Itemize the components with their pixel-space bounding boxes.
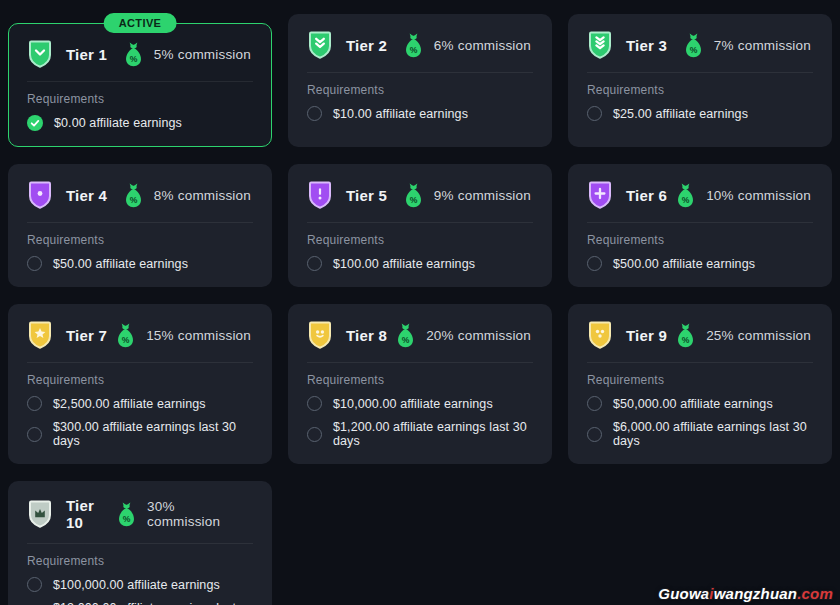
money-bag-percent-icon: % [114,322,137,349]
shield-tier-8-icon [307,320,333,350]
tier-name: Tier 6 [626,187,667,204]
card-header: Tier 5 % 9% commission [307,180,533,210]
requirements-label: Requirements [27,233,253,247]
requirements-list: $2,500.00 affiliate earnings $300.00 aff… [27,396,253,448]
card-header: Tier 6 % 10% commission [587,180,813,210]
svg-text:%: % [130,53,138,63]
requirement-row: $50,000.00 affiliate earnings [587,396,813,411]
tier-name: Tier 9 [626,327,667,344]
tier-card: Tier 5 % 9% commission Requirements $100… [288,164,552,287]
money-bag-percent-icon: % [394,322,417,349]
money-bag-percent-icon: % [402,182,425,209]
divider [307,72,533,73]
svg-text:%: % [130,194,138,204]
divider [587,362,813,363]
commission-label: 10% commission [706,188,811,203]
divider [27,222,253,223]
svg-text:%: % [123,513,131,523]
tier-card: Tier 3 % 7% commission Requirements $25.… [568,14,832,147]
money-bag-percent-icon: % [674,182,697,209]
requirements-label: Requirements [27,92,253,106]
requirements-label: Requirements [307,233,533,247]
requirement-row: $100.00 affiliate earnings [307,256,533,271]
money-bag-percent-icon: % [122,182,145,209]
unmet-circle-icon [27,396,42,411]
shield-tier-9-icon [587,320,613,350]
divider [307,362,533,363]
unmet-circle-icon [307,256,322,271]
requirement-row: $50.00 affiliate earnings [27,256,253,271]
shield-tier-1-icon [27,39,53,69]
commission-label: 25% commission [706,328,811,343]
requirement-row: $1,200.00 affiliate earnings last 30 day… [307,420,533,448]
requirement-row: $12,000.00 affiliate earnings last 30 da… [27,601,253,605]
unmet-circle-icon [587,427,602,442]
shield-tier-10-icon [27,499,53,529]
svg-text:%: % [682,334,690,344]
tier-card: Tier 10 % 30% commission Requirements $1… [8,481,272,605]
requirement-row: $6,000.00 affiliate earnings last 30 day… [587,420,813,448]
tier-name: Tier 7 [66,327,107,344]
card-header: Tier 7 % 15% commission [27,320,253,350]
requirement-row: $10.00 affiliate earnings [307,106,533,121]
commission-label: 9% commission [434,188,531,203]
divider [587,72,813,73]
svg-text:%: % [690,44,698,54]
tier-card: Tier 6 % 10% commission Requirements $50… [568,164,832,287]
shield-tier-3-icon [587,30,613,60]
svg-text:%: % [410,194,418,204]
tier-card: Tier 7 % 15% commission Requirements $2,… [8,304,272,464]
tier-card: Tier 9 % 25% commission Requirements $50… [568,304,832,464]
requirement-row: $0.00 affiliate earnings [27,115,253,131]
requirements-label: Requirements [27,373,253,387]
requirement-row: $500.00 affiliate earnings [587,256,813,271]
card-header: Tier 9 % 25% commission [587,320,813,350]
svg-text:%: % [410,44,418,54]
commission-label: 20% commission [426,328,531,343]
tier-name: Tier 2 [346,37,387,54]
tier-card: Tier 2 % 6% commission Requirements $10.… [288,14,552,147]
requirements-label: Requirements [587,233,813,247]
divider [307,222,533,223]
svg-text:%: % [402,334,410,344]
money-bag-percent-icon: % [674,322,697,349]
requirement-text: $12,000.00 affiliate earnings last 30 da… [53,601,253,605]
card-header: Tier 4 % 8% commission [27,180,253,210]
requirements-list: $10,000.00 affiliate earnings $1,200.00 … [307,396,533,448]
watermark: Guowaiwangzhuan.com [658,585,833,602]
unmet-circle-icon [307,427,322,442]
unmet-circle-icon [587,256,602,271]
money-bag-percent-icon: % [122,41,145,68]
watermark-segment: .com [797,585,833,602]
money-bag-percent-icon: % [402,32,425,59]
requirements-label: Requirements [587,373,813,387]
requirement-text: $50,000.00 affiliate earnings [613,397,773,411]
unmet-circle-icon [307,396,322,411]
money-bag-percent-icon: % [115,501,138,528]
divider [27,362,253,363]
card-header: Tier 2 % 6% commission [307,30,533,60]
card-header: Tier 10 % 30% commission [27,497,253,531]
tier-name: Tier 8 [346,327,387,344]
requirement-text: $6,000.00 affiliate earnings last 30 day… [613,420,813,448]
requirement-text: $10.00 affiliate earnings [333,107,468,121]
commission-label: 7% commission [714,38,811,53]
requirement-text: $2,500.00 affiliate earnings [53,397,206,411]
requirement-row: $300.00 affiliate earnings last 30 days [27,420,253,448]
svg-text:%: % [122,334,130,344]
shield-tier-4-icon [27,180,53,210]
active-badge: ACTIVE [104,13,177,33]
requirement-text: $25.00 affiliate earnings [613,107,748,121]
unmet-circle-icon [27,256,42,271]
card-header: Tier 8 % 20% commission [307,320,533,350]
requirements-label: Requirements [307,83,533,97]
shield-tier-2-icon [307,30,333,60]
tier-name: Tier 5 [346,187,387,204]
tier-card: Tier 8 % 20% commission Requirements $10… [288,304,552,464]
requirements-list: $100,000.00 affiliate earnings $12,000.0… [27,577,253,605]
requirement-text: $50.00 affiliate earnings [53,257,188,271]
commission-label: 15% commission [146,328,251,343]
tier-card: ACTIVE Tier 1 % 5% commission [8,23,272,147]
tier-name: Tier 10 [66,497,115,531]
divider [587,222,813,223]
